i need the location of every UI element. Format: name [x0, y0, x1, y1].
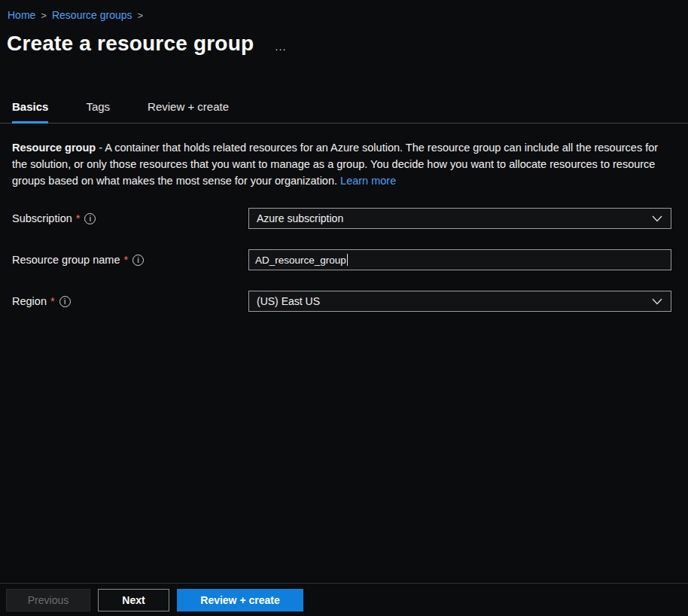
info-icon[interactable]: i — [59, 296, 71, 307]
chevron-down-icon — [651, 214, 663, 223]
region-label: Region — [12, 295, 47, 307]
required-asterisk: * — [76, 212, 81, 224]
subscription-label-cell: Subscription * i — [12, 212, 248, 224]
description: Resource group - A container that holds … — [0, 124, 674, 189]
context-menu-button[interactable]: ... — [275, 40, 287, 53]
resource-group-name-label: Resource group name — [12, 254, 120, 266]
subscription-dropdown[interactable]: Azure subscription — [248, 208, 671, 229]
region-dropdown[interactable]: (US) East US — [248, 291, 671, 312]
breadcrumb-separator-icon: > — [138, 10, 144, 21]
previous-button[interactable]: Previous — [6, 589, 90, 611]
breadcrumb-resource-groups[interactable]: Resource groups — [52, 9, 132, 21]
page-header: Create a resource group ... — [0, 32, 688, 56]
tab-basics[interactable]: Basics — [12, 93, 48, 123]
breadcrumb: Home > Resource groups > — [0, 0, 688, 21]
resource-group-name-row: Resource group name * i AD_resource_grou… — [12, 249, 676, 270]
resource-group-name-label-cell: Resource group name * i — [12, 254, 248, 266]
description-bold: Resource group — [12, 142, 96, 154]
required-asterisk: * — [123, 254, 128, 266]
wizard-footer: Previous Next Review + create — [0, 583, 688, 616]
tab-bar: Basics Tags Review + create — [0, 93, 688, 124]
subscription-label: Subscription — [12, 212, 72, 224]
subscription-row: Subscription * i Azure subscription — [12, 208, 676, 229]
basics-form: Subscription * i Azure subscription Reso… — [0, 208, 688, 312]
tab-tags[interactable]: Tags — [86, 93, 110, 123]
tab-review-create[interactable]: Review + create — [148, 93, 229, 123]
text-cursor — [347, 254, 348, 266]
info-icon[interactable]: i — [84, 213, 96, 224]
learn-more-link[interactable]: Learn more — [340, 175, 396, 187]
info-icon[interactable]: i — [132, 255, 144, 266]
region-row: Region * i (US) East US — [12, 291, 676, 312]
breadcrumb-home[interactable]: Home — [8, 9, 35, 21]
chevron-down-icon — [651, 297, 663, 306]
breadcrumb-separator-icon: > — [41, 10, 47, 21]
region-label-cell: Region * i — [12, 295, 248, 307]
description-text: - A container that holds related resourc… — [12, 142, 658, 187]
resource-group-name-value: AD_resource_group — [255, 255, 346, 266]
page-title: Create a resource group — [7, 32, 254, 56]
subscription-value: Azure subscription — [257, 212, 343, 224]
review-create-button[interactable]: Review + create — [177, 589, 303, 611]
next-button[interactable]: Next — [98, 589, 169, 611]
required-asterisk: * — [50, 295, 55, 307]
resource-group-name-input[interactable]: AD_resource_group — [248, 249, 671, 270]
create-resource-group-page: Home > Resource groups > Create a resour… — [0, 0, 688, 616]
region-value: (US) East US — [257, 295, 320, 307]
